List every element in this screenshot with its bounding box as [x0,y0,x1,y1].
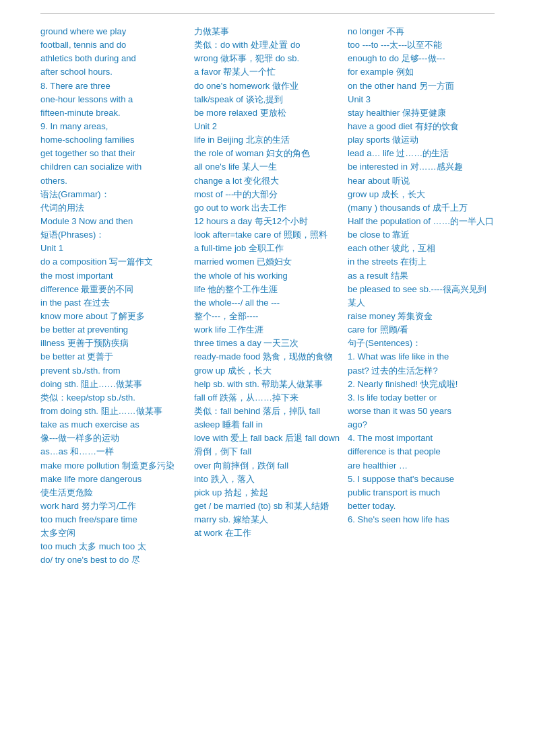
line-item: be close to 靠近 [348,228,495,242]
line-item: public transport is much [348,486,495,500]
line-item: have a good diet 有好的饮食 [348,120,495,133]
line-item: the role of woman 妇女的角色 [194,147,341,160]
line-item: go out to work 出去工作 [194,201,341,215]
line-item: look after=take care of 照顾，照料 [194,228,341,242]
line-item: doing sth. 阻止……做某事 [40,378,187,391]
line-item: 6. She's seen how life has [348,513,495,526]
line-item: wrong 做坏事，犯罪 do sb. [194,52,341,65]
line-item: hear about 听说 [348,174,495,188]
line-item: Unit 3 [348,93,495,106]
page: ground where we playfootball, tennis and… [0,0,535,756]
line-item: stay healthier 保持更健康 [348,106,495,120]
line-item: 类似：keep/stop sb./sth. [40,391,187,405]
line-item: do one's homework 做作业 [194,79,341,93]
content-columns: ground where we playfootball, tennis and… [40,25,495,568]
line-item: 力做某事 [194,25,341,38]
line-item: worse than it was 50 years [348,405,495,418]
line-item: 9. In many areas, [40,120,187,133]
line-item: (many ) thousands of 成千上万 [348,201,495,215]
line-item: work hard 努力学习/工作 [40,500,187,513]
line-item: talk/speak of 谈论,提到 [194,93,341,106]
line-item: ground where we play [40,25,187,38]
line-item: a favor 帮某人一个忙 [194,65,341,79]
line-item: prevent sb./sth. from [40,364,187,378]
line-item: all one's life 某人一生 [194,160,341,174]
line-item: football, tennis and do [40,38,187,52]
line-item: 像---做一样多的运动 [40,432,187,445]
line-item: Module 3 Now and then [40,215,187,228]
line-item: 使生活更危险 [40,486,187,500]
line-item: raise money 筹集资金 [348,310,495,323]
line-item: take as much exercise as [40,418,187,432]
line-item: most of ---中的大部分 [194,188,341,201]
line-item: too much free/spare time [40,513,187,526]
line-item: fifteen-minute break. [40,106,187,120]
line-item: 整个---，全部---- [194,310,341,323]
column-3: no longer 不再too ---to ---太---以至不能enough … [348,25,495,526]
line-item: life in Beijing 北京的生活 [194,133,341,147]
line-item: the most important [40,269,187,283]
column-1: ground where we playfootball, tennis and… [40,25,194,568]
line-item: fall off 跌落，从……掉下来 [194,391,341,405]
line-item: in the past 在过去 [40,296,187,310]
line-item: as…as 和……一样 [40,445,187,458]
line-item: work life 工作生涯 [194,323,341,337]
line-item: make life more dangerous [40,473,187,486]
line-item: over 向前摔倒，跌倒 fall [194,459,341,473]
line-item: love with 爱上 fall back 后退 fall down 滑倒，倒… [194,432,341,458]
line-item: into 跌入，落入 [194,473,341,486]
line-item: children can socialize with [40,160,187,174]
line-item: be better at preventing [40,323,187,337]
line-item: past? 过去的生活怎样? [348,364,495,378]
line-item: grow up 成长，长大 [194,364,341,378]
line-item: too ---to ---太---以至不能 [348,38,495,52]
line-item: in the streets 在街上 [348,255,495,269]
line-item: 1. What was life like in the [348,350,495,364]
line-item: pick up 拾起，捡起 [194,486,341,500]
line-item: get / be married (to) sb 和某人结婚 [194,500,341,513]
line-item: grow up 成长，长大 [348,188,495,201]
line-item: 短语(Phrases)： [40,228,187,242]
line-item: Half the population of ……的一半人口 [348,215,495,228]
line-item: 语法(Grammar)： [40,188,187,201]
line-item: difference is that people [348,445,495,458]
line-item: 5. I suppose that's because [348,473,495,486]
line-item: be more relaxed 更放松 [194,106,341,120]
line-item: on the other hand 另一方面 [348,79,495,93]
line-item: 太多空闲 [40,526,187,540]
line-item: Unit 1 [40,242,187,255]
line-item: enough to do 足够---做--- [348,52,495,65]
line-item: 2. Nearly finished! 快完成啦! [348,378,495,391]
line-item: others. [40,174,187,188]
line-item: better today. [348,500,495,513]
line-item: be better at 更善于 [40,350,187,364]
line-item: 4. The most important [348,432,495,445]
line-item: be pleased to see sb.----很高兴见到某人 [348,283,495,310]
line-item: after school hours. [40,65,187,79]
line-item: be interested in 对……感兴趣 [348,160,495,174]
line-item: get together so that their [40,147,187,160]
line-item: 8. There are three [40,79,187,93]
line-item: 12 hours a day 每天12个小时 [194,215,341,228]
line-item: 类似：fall behind 落后，掉队 fall asleep 睡着 fall… [194,405,341,432]
line-item: illness 更善于预防疾病 [40,337,187,350]
line-item: ago? [348,418,495,432]
line-item: too much 太多 much too 太 [40,540,187,553]
line-item: 3. Is life today better or [348,391,495,405]
line-item: do/ try one's best to do 尽 [40,553,187,567]
line-item: ready-made food 熟食，现做的食物 [194,350,341,364]
line-item: play sports 做运动 [348,133,495,147]
line-item: do a composition 写一篇作文 [40,255,187,269]
line-item: care for 照顾/看 [348,323,495,337]
column-2: 力做某事类似：do with 处理,处置 dowrong 做坏事，犯罪 do s… [194,25,348,540]
top-divider [40,13,495,14]
line-item: 类似：do with 处理,处置 do [194,38,341,52]
line-item: as a result 结果 [348,269,495,283]
line-item: difference 最重要的不同 [40,283,187,296]
line-item: three times a day 一天三次 [194,337,341,350]
line-item: the whole of his working [194,269,341,283]
line-item: married women 已婚妇女 [194,255,341,269]
line-item: change a lot 变化很大 [194,174,341,188]
line-item: the whole---/ all the --- [194,296,341,310]
line-item: home-schooling families [40,133,187,147]
